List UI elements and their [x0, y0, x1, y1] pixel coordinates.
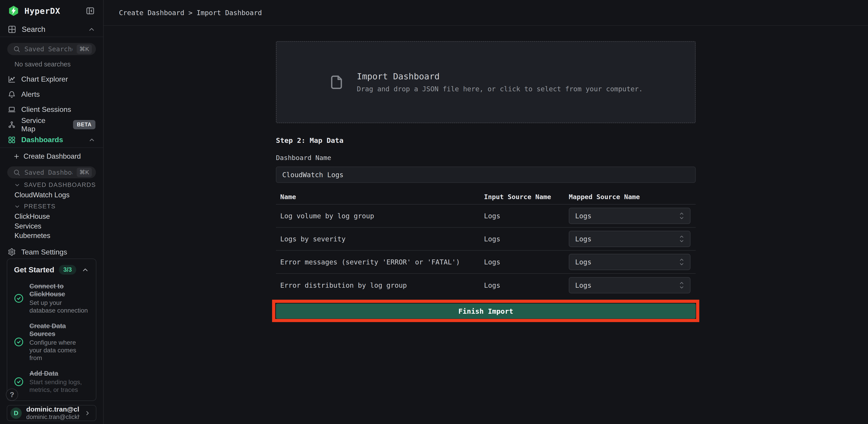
dropzone-subtitle: Drag and drop a JSON file here, or click…	[357, 85, 643, 93]
get-started-step-sources[interactable]: Create Data Sources Configure where your…	[12, 322, 91, 362]
select-chevrons-icon	[678, 280, 685, 290]
group-title: SAVED DASHBOARDS	[24, 182, 96, 189]
import-form: Import Dashboard Drag and drop a JSON fi…	[276, 41, 696, 319]
breadcrumb-create-dashboard[interactable]: Create Dashboard	[119, 9, 184, 17]
sidebar-item-dashboards[interactable]: Dashboards	[0, 132, 103, 148]
selected-source: Logs	[575, 258, 591, 266]
avatar: D	[10, 407, 22, 419]
sidebar-item-label: Chart Explorer	[21, 75, 68, 84]
group-presets[interactable]: PRESETS	[0, 201, 103, 212]
get-started-step-add-data[interactable]: Add Data Start sending logs, metrics, or…	[12, 369, 91, 394]
dashboard-name-input[interactable]	[276, 167, 696, 183]
step-desc: Configure where your data comes from	[29, 339, 89, 362]
step-title: Add Data	[29, 369, 89, 378]
preset-link-services[interactable]: Services	[0, 221, 103, 231]
selected-source: Logs	[575, 282, 591, 289]
create-dashboard-button[interactable]: Create Dashboard	[0, 151, 103, 162]
plus-icon	[13, 153, 20, 160]
service-map-icon	[8, 121, 16, 129]
breadcrumb-import-dashboard[interactable]: Import Dashboard	[196, 9, 262, 17]
saved-searches-input[interactable]: Saved Searches ⌘K	[7, 43, 96, 55]
source-mapping-table: Name Input Source Name Mapped Source Nam…	[276, 190, 696, 297]
input-source-name: Logs	[484, 212, 569, 220]
search-icon	[13, 45, 20, 53]
app-title: HyperDX	[24, 6, 80, 15]
json-dropzone[interactable]: Import Dashboard Drag and drop a JSON fi…	[276, 41, 696, 123]
main-area: Create Dashboard > Import Dashboard Impo…	[103, 0, 868, 424]
sidebar-item-label: Alerts	[21, 90, 40, 99]
chart-name: Error distribution by log group	[276, 282, 484, 289]
chart-name: Error messages (severity 'ERROR' or 'FAT…	[276, 258, 484, 266]
input-source-name: Logs	[484, 282, 569, 289]
step-title: Create Data Sources	[29, 322, 89, 338]
team-settings-label: Team Settings	[21, 248, 67, 256]
collapse-sidebar-icon[interactable]	[85, 6, 95, 16]
logo-row: HyperDX	[0, 0, 103, 22]
table-grid-icon	[8, 25, 16, 34]
get-started-header[interactable]: Get Started 3/3	[12, 265, 91, 274]
beta-badge: BETA	[73, 120, 95, 129]
selected-source: Logs	[575, 212, 591, 220]
user-email: dominic.tran@clickh...	[26, 414, 80, 421]
saved-dashboards-placeholder: Saved Dashboards	[24, 169, 72, 176]
sidebar-item-team-settings[interactable]: Team Settings	[0, 246, 103, 259]
hyperdx-logo-icon	[8, 5, 20, 17]
sidebar-item-chart-explorer[interactable]: Chart Explorer	[0, 72, 103, 87]
shortcut-badge: ⌘K	[77, 44, 92, 54]
shortcut-badge: ⌘K	[77, 168, 92, 177]
get-started-progress-badge: 3/3	[59, 265, 76, 274]
sidebar-item-alerts[interactable]: Alerts	[0, 87, 103, 102]
group-saved-dashboards[interactable]: SAVED DASHBOARDS	[0, 180, 103, 190]
search-section-label: Search	[22, 25, 82, 34]
check-circle-icon	[14, 337, 24, 347]
saved-searches-placeholder: Saved Searches	[24, 45, 72, 53]
sidebar-item-client-sessions[interactable]: Client Sessions	[0, 102, 103, 117]
column-header-name: Name	[276, 193, 484, 201]
mapped-source-select[interactable]: Logs	[569, 231, 690, 247]
finish-import-container: Finish Import	[276, 303, 696, 319]
dashboard-link-cloudwatch-logs[interactable]: CloudWatch Logs	[0, 190, 103, 200]
step-desc: Set up your database connection	[29, 299, 89, 315]
bell-icon	[8, 90, 16, 99]
table-row: Log volume by log group Logs Logs	[276, 204, 696, 228]
breadcrumb-separator: >	[188, 9, 192, 17]
sidebar-nav: Chart Explorer Alerts Client Sessions Se…	[0, 72, 103, 148]
create-dashboard-label: Create Dashboard	[24, 152, 81, 160]
select-chevrons-icon	[678, 234, 685, 244]
table-row: Error distribution by log group Logs Log…	[276, 274, 696, 297]
check-circle-icon	[14, 294, 24, 303]
saved-dashboards-input[interactable]: Saved Dashboards ⌘K	[7, 166, 96, 178]
mapped-source-select[interactable]: Logs	[569, 277, 690, 293]
sidebar-item-label: Client Sessions	[21, 105, 71, 114]
mapped-source-select[interactable]: Logs	[569, 208, 690, 224]
step-2-label: Step 2: Map Data	[276, 136, 696, 144]
dropzone-title: Import Dashboard	[357, 71, 643, 81]
step-title: Connect to ClickHouse	[29, 282, 89, 298]
breadcrumb: Create Dashboard > Import Dashboard	[103, 0, 868, 26]
help-button[interactable]: ?	[6, 389, 18, 401]
get-started-step-connect[interactable]: Connect to ClickHouse Set up your databa…	[12, 282, 91, 315]
user-name: dominic.tran@clic...	[26, 405, 80, 413]
chevron-up-icon	[88, 136, 95, 143]
select-chevrons-icon	[678, 211, 685, 221]
table-row: Error messages (severity 'ERROR' or 'FAT…	[276, 251, 696, 274]
chevron-down-icon	[14, 203, 20, 210]
divider	[0, 148, 103, 148]
sidebar-item-service-map[interactable]: Service Map BETA	[0, 117, 103, 132]
mapped-source-select[interactable]: Logs	[569, 254, 690, 270]
dashboard-name-label: Dashboard Name	[276, 154, 696, 162]
chevron-up-icon	[88, 26, 95, 33]
sidebar-item-label: Dashboards	[21, 136, 63, 144]
table-row: Logs by severity Logs Logs	[276, 228, 696, 251]
column-header-mapped-source: Mapped Source Name	[569, 193, 696, 201]
user-account-button[interactable]: D dominic.tran@clic... dominic.tran@clic…	[7, 405, 96, 421]
finish-import-button[interactable]: Finish Import	[276, 303, 696, 319]
line-chart-icon	[8, 75, 16, 84]
preset-link-clickhouse[interactable]: ClickHouse	[0, 212, 103, 221]
chart-name: Log volume by log group	[276, 212, 484, 220]
table-header: Name Input Source Name Mapped Source Nam…	[276, 190, 696, 204]
dashboards-grid-icon	[8, 136, 16, 144]
sidebar-section-search[interactable]: Search	[0, 22, 103, 37]
check-circle-icon	[14, 377, 24, 387]
preset-link-kubernetes[interactable]: Kubernetes	[0, 231, 103, 240]
